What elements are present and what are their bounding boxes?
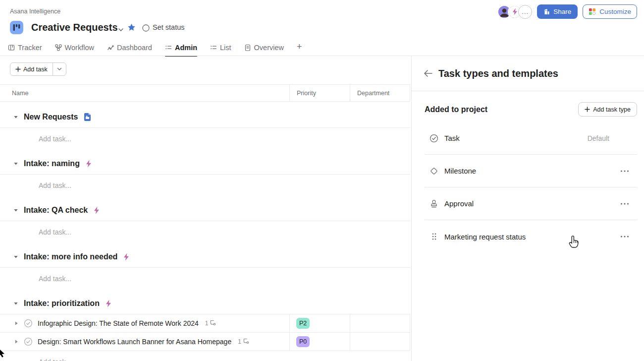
- page-title: Creative Requests: [31, 22, 118, 33]
- task-title[interactable]: Infographic Design: The State of Remote …: [38, 319, 199, 327]
- add-task-row[interactable]: Add task...: [0, 128, 411, 150]
- add-task-row[interactable]: Add task...: [0, 175, 411, 196]
- section-caret-icon: [13, 301, 18, 306]
- project-icon[interactable]: [10, 21, 23, 34]
- section-header: Intake: QA check: [0, 200, 410, 221]
- project-glyph-icon: [13, 24, 20, 31]
- task-type-row-marketing-request-status[interactable]: Marketing request status: [425, 220, 637, 253]
- task-types-header: Task types and templates: [412, 56, 644, 91]
- priority-badge[interactable]: P0: [296, 336, 310, 347]
- customize-button[interactable]: Customize: [583, 4, 637, 19]
- section-header: Intake: naming: [0, 153, 410, 175]
- add-task-row[interactable]: Add task...: [0, 221, 411, 243]
- task-type-row-approval[interactable]: Approval: [425, 187, 637, 220]
- set-status-button[interactable]: Set status: [153, 23, 184, 31]
- task-sections: New RequestsAdd task...Intake: namingAdd…: [0, 102, 411, 361]
- tab-admin[interactable]: Admin: [165, 39, 197, 56]
- section-caret-icon: [13, 208, 18, 213]
- share-button[interactable]: Share: [537, 4, 578, 19]
- more-members-button[interactable]: ...: [518, 5, 532, 19]
- department-cell[interactable]: [350, 314, 410, 332]
- task-row[interactable]: Infographic Design: The State of Remote …: [0, 314, 410, 333]
- tab-label: Tracker: [18, 44, 42, 52]
- section-intake-prioritization: Intake: prioritizationInfographic Design…: [0, 293, 411, 361]
- table-header: NamePriorityDepartment: [0, 84, 410, 102]
- department-cell[interactable]: [350, 333, 410, 351]
- task-types-panel: Task types and templates Added to projec…: [411, 56, 644, 361]
- section-header: Intake: more info needed: [0, 246, 410, 268]
- section-caret-icon: [13, 254, 18, 259]
- section-intake-more-info-needed: Intake: more info neededAdd task...: [0, 246, 411, 290]
- automation-lightning-icon: [105, 300, 112, 307]
- more-options-button[interactable]: [620, 170, 629, 172]
- automation-lightning-icon: [85, 160, 92, 168]
- column-header-name[interactable]: Name: [0, 90, 289, 97]
- task-list-panel: Add task NamePriorityDepartment New Requ…: [0, 56, 411, 361]
- status-circle-icon: [142, 24, 150, 34]
- add-task-type-label: Add task type: [593, 106, 631, 113]
- column-header-department[interactable]: Department: [350, 85, 410, 101]
- add-task-row[interactable]: Add task...: [0, 268, 411, 290]
- section-header: Intake: prioritization: [0, 293, 410, 314]
- stamp-icon: [429, 199, 438, 208]
- section-title[interactable]: Intake: QA check: [24, 206, 88, 215]
- tab-label: Overview: [254, 44, 284, 52]
- task-type-label: Approval: [444, 199, 474, 208]
- tab-label: Dashboard: [117, 44, 152, 52]
- more-options-button[interactable]: [620, 236, 629, 238]
- member-avatars: ...: [497, 5, 532, 19]
- board-icon: [8, 44, 15, 51]
- panel-title: Task types and templates: [438, 68, 558, 79]
- section-header: New Requests: [0, 107, 410, 128]
- drag-handle-icon: [429, 233, 438, 241]
- add-task-type-button[interactable]: Add task type: [578, 102, 637, 117]
- section-title[interactable]: Intake: prioritization: [24, 299, 100, 308]
- section-new-requests: New RequestsAdd task...: [0, 107, 411, 150]
- subtask-count-value: 1: [238, 338, 241, 345]
- tab-label: Workflow: [65, 44, 94, 52]
- column-header-priority[interactable]: Priority: [289, 85, 350, 101]
- section-title[interactable]: Intake: more info needed: [24, 252, 117, 261]
- add-task-dropdown-button[interactable]: [53, 63, 66, 75]
- priority-badge[interactable]: P2: [296, 318, 310, 329]
- task-title[interactable]: Design: Smart Workflows Launch Banner fo…: [38, 338, 231, 346]
- expand-right-icon: [14, 321, 18, 326]
- task-type-row-task[interactable]: TaskDefault: [425, 122, 637, 155]
- automation-lightning-icon: [123, 253, 130, 261]
- subtask-count: 1: [238, 338, 249, 346]
- task-check-icon: [24, 319, 33, 328]
- back-arrow-icon[interactable]: [424, 69, 433, 77]
- more-options-button[interactable]: [620, 203, 629, 205]
- tab-list[interactable]: List: [210, 39, 231, 56]
- circle-check-icon: [429, 134, 438, 143]
- section-caret-icon: [13, 161, 18, 166]
- task-name-cell: Infographic Design: The State of Remote …: [0, 314, 289, 332]
- diamond-icon: [429, 167, 438, 176]
- task-type-row-milestone[interactable]: Milestone: [425, 155, 637, 187]
- tab-tracker[interactable]: Tracker: [8, 39, 42, 56]
- task-row[interactable]: Design: Smart Workflows Launch Banner fo…: [0, 333, 410, 351]
- task-check-icon: [24, 337, 33, 346]
- priority-cell[interactable]: P2: [289, 314, 350, 332]
- add-task-row[interactable]: Add task...: [0, 351, 411, 361]
- add-tab-button[interactable]: +: [297, 42, 302, 53]
- list-icon: [165, 44, 172, 51]
- tab-label: List: [220, 44, 231, 52]
- task-type-label: Task: [444, 134, 460, 142]
- section-title[interactable]: New Requests: [24, 113, 78, 121]
- list-icon: [210, 44, 217, 51]
- favorite-star-icon[interactable]: [127, 23, 136, 33]
- added-to-project-heading: Added to project: [425, 105, 487, 114]
- add-task-button[interactable]: Add task: [10, 63, 53, 75]
- section-caret-icon: [13, 115, 18, 120]
- priority-cell[interactable]: P0: [289, 333, 350, 351]
- default-badge: Default: [588, 134, 609, 142]
- add-task-split-button: Add task: [10, 62, 66, 76]
- tab-workflow[interactable]: Workflow: [55, 39, 94, 56]
- customize-grid-icon: [589, 8, 596, 15]
- section-title[interactable]: Intake: naming: [24, 159, 80, 168]
- title-chevron-down-icon[interactable]: [118, 25, 124, 34]
- tab-overview[interactable]: Overview: [244, 39, 284, 56]
- tab-dashboard[interactable]: Dashboard: [107, 39, 152, 56]
- expand-right-icon: [14, 339, 18, 344]
